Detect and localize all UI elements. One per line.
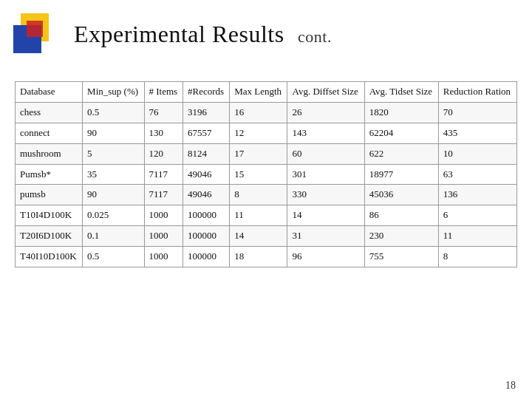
table-cell: 15 [230,164,287,185]
table-row: connect90130675571214362204435 [16,123,517,143]
table-cell: 7117 [144,185,183,205]
table-row: chess0.57631961626182070 [16,102,517,123]
table-cell: 16 [230,102,287,123]
table-cell: pumsb [16,185,83,205]
table-cell: 1000 [144,247,183,267]
table-cell: 26 [287,102,364,123]
title-sub: cont. [298,27,332,46]
table-cell: 143 [287,123,364,143]
col-maxlen: Max Length [230,82,287,103]
table-cell: 1000 [144,226,183,247]
title-main: Experimental Results [74,21,284,47]
table-row: Pumsb*35711749046153011897763 [16,164,517,185]
table-cell: 1820 [364,102,438,123]
col-minsup: Min_sup (%) [83,82,144,103]
col-reduction: Reduction Ration [438,82,516,103]
table-cell: 5 [83,143,144,164]
table-cell: 8 [230,185,287,205]
table-cell: 136 [438,185,516,205]
table-cell: 435 [438,123,516,143]
table-cell: 100000 [183,226,230,247]
col-records: #Records [183,82,230,103]
table-cell: Pumsb* [16,164,83,185]
table-cell: 0.025 [83,205,144,226]
table-cell: 31 [287,226,364,247]
table-cell: 63 [438,164,516,185]
table-cell: T20I6D100K [16,226,83,247]
table-cell: 0.1 [83,226,144,247]
table-cell: 130 [144,123,183,143]
table-cell: 100000 [183,247,230,267]
table-cell: 45036 [364,185,438,205]
col-avgdiffset: Avg. Diffset Size [287,82,364,103]
table-cell: 8124 [183,143,230,164]
col-items: # Items [144,82,183,103]
table-cell: 18 [230,247,287,267]
table-row: T40I10D100K0.5100010000018967558 [16,247,517,267]
table-cell: 330 [287,185,364,205]
table-cell: 35 [83,164,144,185]
table-cell: mushroom [16,143,83,164]
table-header-row: Database Min_sup (%) # Items #Records Ma… [16,82,517,103]
table-cell: chess [16,102,83,123]
table-cell: 49046 [183,164,230,185]
page-number: 18 [505,380,516,392]
table-cell: 10 [438,143,516,164]
table-cell: 17 [230,143,287,164]
table-cell: 230 [364,226,438,247]
table-cell: T10I4D100K [16,205,83,226]
table-cell: 90 [83,123,144,143]
table-cell: 0.5 [83,247,144,267]
table-cell: 120 [144,143,183,164]
table-cell: 100000 [183,205,230,226]
table-cell: 755 [364,247,438,267]
table-cell: 62204 [364,123,438,143]
table-cell: 18977 [364,164,438,185]
table-cell: 60 [287,143,364,164]
table-cell: 12 [230,123,287,143]
table-cell: 14 [230,226,287,247]
table-cell: 622 [364,143,438,164]
table-cell: 96 [287,247,364,267]
table-cell: 76 [144,102,183,123]
table-row: pumsb90711749046833045036136 [16,185,517,205]
table-row: T10I4D100K0.02510001000001114866 [16,205,517,226]
col-database: Database [16,82,83,103]
table-row: T20I6D100K0.11000100000143123011 [16,226,517,247]
results-table: Database Min_sup (%) # Items #Records Ma… [15,81,517,267]
table-cell: 70 [438,102,516,123]
table-cell: 301 [287,164,364,185]
table-cell: 3196 [183,102,230,123]
table-cell: 6 [438,205,516,226]
table-cell: 11 [230,205,287,226]
table-cell: 8 [438,247,516,267]
table-cell: 7117 [144,164,183,185]
table-row: mushroom51208124176062210 [16,143,517,164]
table-cell: 90 [83,185,144,205]
table-cell: 86 [364,205,438,226]
col-avgtidset: Avg. Tidset Size [364,82,438,103]
table-cell: 1000 [144,205,183,226]
table-cell: 11 [438,226,516,247]
deco-red-square [27,21,43,37]
page-title: Experimental Results cont. [74,21,332,48]
table-cell: 0.5 [83,102,144,123]
table-cell: 14 [287,205,364,226]
table-cell: connect [16,123,83,143]
decorative-logo [13,13,58,65]
table-cell: T40I10D100K [16,247,83,267]
table-cell: 67557 [183,123,230,143]
table-cell: 49046 [183,185,230,205]
results-table-container: Database Min_sup (%) # Items #Records Ma… [15,81,517,267]
